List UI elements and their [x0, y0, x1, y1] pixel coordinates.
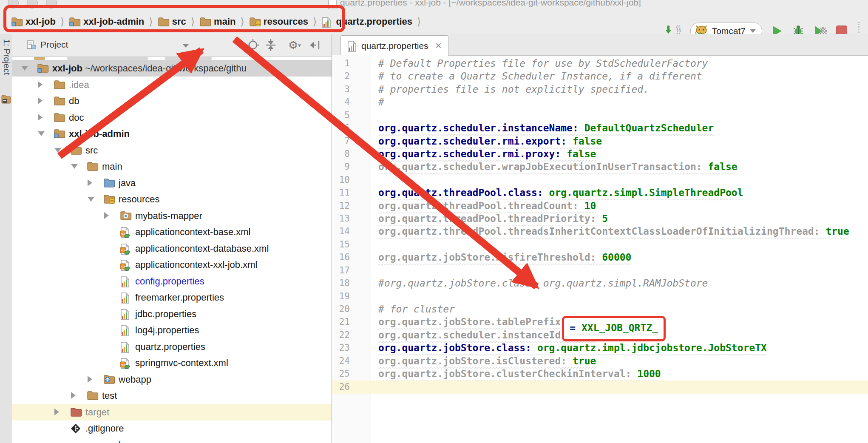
- window-close-button[interactable]: [8, 0, 19, 9]
- code-line-24[interactable]: 24org.quartz.jobStore.isClustered: true: [332, 355, 868, 368]
- tree-item-xxl-job[interactable]: xxl-job ~/workspaces/idea-git-workspace/…: [12, 60, 332, 77]
- chevron-collapsed-icon[interactable]: [38, 81, 43, 88]
- properties-file-icon: [120, 292, 132, 302]
- code-line-8[interactable]: 8org.quartz.scheduler.rmi.proxy: false: [332, 148, 868, 161]
- hide-panel-icon[interactable]: [309, 39, 322, 51]
- tree-item-src[interactable]: src: [12, 142, 332, 159]
- panel-splitter[interactable]: [332, 34, 332, 443]
- code-line-15[interactable]: 15: [332, 238, 868, 251]
- code-line-18[interactable]: 18#org.quartz.jobStore.class: org.quartz…: [332, 277, 868, 290]
- code-line-5[interactable]: 5: [332, 109, 868, 122]
- tree-item-label: webapp: [119, 371, 151, 388]
- chevron-collapsed-icon[interactable]: [54, 409, 59, 415]
- tree-item-springmvc-context.xml[interactable]: <>springmvc-context.xml: [12, 355, 332, 371]
- tree-item-label: .gitignore: [85, 420, 124, 437]
- tree-item-java[interactable]: java: [12, 175, 332, 191]
- tree-item-label: xxl-job ~/workspaces/idea-git-workspace/…: [52, 60, 247, 77]
- code-line-20[interactable]: 20# for cluster: [332, 303, 868, 316]
- tree-item-xxl-job-admin[interactable]: xxl-job-admin: [12, 125, 332, 142]
- line-number: 18: [332, 277, 350, 290]
- chevron-collapsed-icon[interactable]: [38, 97, 43, 104]
- breadcrumb-separator: ⟩: [313, 16, 317, 28]
- tree-item-jdbc.properties[interactable]: jdbc.properties: [12, 306, 332, 322]
- code-line-16[interactable]: 16org.quartz.jobStore.misfireThreshold: …: [332, 251, 868, 264]
- tree-item-mybatis-mapper[interactable]: mybatis-mapper: [12, 207, 332, 224]
- tree-item-applicationcontext-xxl-job.xml[interactable]: <>applicationcontext-xxl-job.xml: [12, 256, 332, 273]
- breadcrumb-item-main[interactable]: main: [199, 16, 235, 27]
- properties-file-icon: [321, 17, 333, 27]
- line-number: 19: [332, 290, 350, 303]
- code-line-3[interactable]: 3# properties file is not explicitly spe…: [332, 83, 868, 96]
- line-number: 22: [332, 329, 350, 342]
- chevron-collapsed-icon[interactable]: [88, 376, 92, 383]
- line-number: 11: [332, 186, 350, 199]
- breadcrumb-item-quartz.properties[interactable]: quartz.properties: [321, 16, 412, 27]
- chevron-collapsed-icon[interactable]: [38, 114, 43, 121]
- tree-item-quartz.properties[interactable]: quartz.properties: [12, 338, 332, 355]
- project-tool-window-icon[interactable]: [1, 94, 11, 104]
- code-line-14[interactable]: 14org.quartz.threadPool.threadsInheritCo…: [332, 225, 868, 238]
- tree-item-webapp[interactable]: webapp: [12, 371, 332, 388]
- code-line-17[interactable]: 17: [332, 264, 868, 277]
- code-line-19[interactable]: 19: [332, 290, 868, 303]
- chevron-collapsed-icon[interactable]: [88, 179, 92, 186]
- tree-item-target[interactable]: target: [12, 404, 332, 420]
- tree-item-.gitignore[interactable]: .gitignore: [12, 420, 332, 437]
- code-line-21[interactable]: 21org.quartz.jobStore.tablePrefix= XXL_J…: [332, 315, 868, 329]
- breadcrumb-item-xxl-job[interactable]: xxl-job: [11, 16, 56, 27]
- chevron-collapsed-icon[interactable]: [71, 392, 76, 399]
- collapse-all-icon[interactable]: [264, 39, 277, 51]
- code-line-2[interactable]: 2# to create a Quartz Scheduler Instance…: [332, 70, 868, 83]
- module-folder-icon: [54, 128, 65, 139]
- tree-item-resources[interactable]: resources: [12, 191, 332, 207]
- tree-item-freemarker.properties[interactable]: freemarker.properties: [12, 289, 332, 306]
- breadcrumb-item-xxl-job-admin[interactable]: xxl-job-admin: [69, 16, 144, 27]
- code-line-12[interactable]: 12org.quartz.threadPool.threadCount: 10: [332, 199, 868, 213]
- breadcrumb-item-src[interactable]: src: [158, 16, 186, 27]
- sidebar-item-project[interactable]: 1: Project: [2, 39, 11, 75]
- code-line-23[interactable]: 23org.quartz.jobStore.class: org.quartz.…: [332, 341, 868, 355]
- code-line-9[interactable]: 9org.quartz.scheduler.wrapJobExecutionIn…: [332, 160, 868, 173]
- tree-item-applicationcontext-base.xml[interactable]: <>applicationcontext-base.xml: [12, 224, 332, 240]
- code-editor[interactable]: 1# Default Properties file for use by St…: [332, 55, 868, 443]
- tree-item-.idea[interactable]: .idea: [12, 77, 332, 93]
- line-number: 2: [332, 70, 350, 83]
- code-line-7[interactable]: 7org.quartz.scheduler.rmi.export: false: [332, 135, 868, 148]
- tree-item-label: jdbc.properties: [135, 306, 196, 322]
- window-zoom-button[interactable]: [46, 0, 57, 9]
- tree-item-test[interactable]: test: [12, 387, 332, 404]
- breadcrumb-item-resources[interactable]: resources: [249, 16, 308, 27]
- tree-item-log4j.properties[interactable]: log4j.properties: [12, 322, 332, 338]
- folder-icon: [158, 17, 170, 27]
- code-line-25[interactable]: 25org.quartz.jobStore.clusterCheckinInte…: [332, 367, 868, 381]
- chevron-expanded-icon[interactable]: [21, 66, 28, 71]
- chevron-expanded-icon[interactable]: [54, 148, 61, 153]
- chevron-collapsed-icon[interactable]: [104, 212, 109, 219]
- window-minimize-button[interactable]: [27, 0, 38, 9]
- line-text: org.quartz.jobStore.tablePrefix= XXL_JOB…: [378, 315, 666, 329]
- window-title: quartz.properties - xxl-job - [~/workspa…: [340, 0, 641, 8]
- chevron-expanded-icon[interactable]: [38, 131, 45, 136]
- project-views-dropdown[interactable]: [183, 44, 189, 48]
- tree-item-label: target: [85, 404, 109, 420]
- tab-quartz-properties[interactable]: quartz.properties ✕: [340, 35, 448, 56]
- locate-file-icon[interactable]: [247, 39, 259, 51]
- tree-item-pom.xml[interactable]: mpom.xml: [12, 437, 332, 443]
- tree-item-main[interactable]: main: [12, 158, 332, 175]
- code-line-4[interactable]: 4#: [332, 96, 868, 109]
- code-line-6[interactable]: 6org.quartz.scheduler.instanceName: Defa…: [332, 122, 868, 135]
- code-line-10[interactable]: 10: [332, 173, 868, 187]
- close-icon[interactable]: ✕: [435, 41, 442, 51]
- chevron-expanded-icon[interactable]: [88, 197, 94, 202]
- tree-item-config.properties[interactable]: config.properties: [12, 273, 332, 290]
- project-tree: xxl-job ~/workspaces/idea-git-workspace/…: [12, 56, 332, 443]
- tree-item-doc[interactable]: doc: [12, 109, 332, 126]
- tree-item-db[interactable]: db: [12, 93, 332, 109]
- code-line-26[interactable]: 26: [332, 381, 868, 394]
- chevron-expanded-icon[interactable]: [71, 164, 78, 169]
- code-line-1[interactable]: 1# Default Properties file for use by St…: [332, 57, 868, 70]
- code-line-13[interactable]: 13org.quartz.threadPool.threadPriority: …: [332, 212, 868, 225]
- tree-item-applicationcontext-database.xml[interactable]: <>applicationcontext-database.xml: [12, 240, 332, 257]
- code-line-11[interactable]: 11org.quartz.threadPool.class: org.quart…: [332, 186, 868, 199]
- settings-gear-icon[interactable]: ⚙▾: [288, 39, 307, 51]
